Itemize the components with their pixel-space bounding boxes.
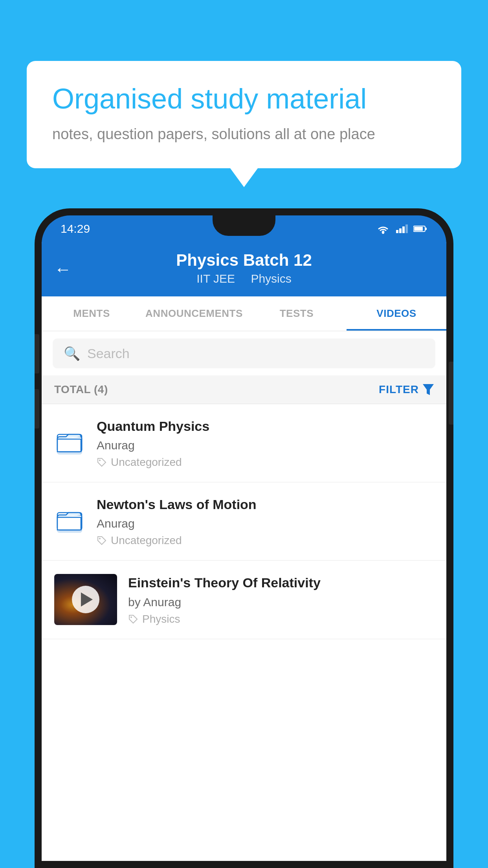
svg-point-0 xyxy=(382,232,384,234)
video-tag: Physics xyxy=(128,613,434,625)
filter-label: FILTER xyxy=(379,383,419,396)
svg-rect-1 xyxy=(396,230,398,233)
svg-rect-3 xyxy=(402,226,405,233)
filter-button[interactable]: FILTER xyxy=(379,383,434,396)
speech-bubble-container: Organised study material notes, question… xyxy=(27,61,461,168)
video-title: Newton's Laws of Motion xyxy=(97,496,434,513)
tag-icon xyxy=(97,457,107,467)
video-author: Anurag xyxy=(97,439,434,452)
play-icon xyxy=(81,592,93,607)
video-info: Newton's Laws of Motion Anurag Uncategor… xyxy=(97,496,434,547)
volume-up-button xyxy=(35,334,39,373)
bubble-subtitle: notes, question papers, solutions all at… xyxy=(52,124,436,145)
speech-bubble: Organised study material notes, question… xyxy=(27,61,461,168)
svg-rect-12 xyxy=(57,439,81,452)
tab-announcements[interactable]: ANNOUNCEMENTS xyxy=(141,296,247,331)
list-item[interactable]: Einstein's Theory Of Relativity by Anura… xyxy=(42,561,446,639)
svg-marker-8 xyxy=(423,384,434,395)
batch-subtitle: IIT JEE Physics xyxy=(56,272,432,285)
wifi-icon xyxy=(376,223,391,234)
volume-down-button xyxy=(35,389,39,428)
phone-frame: 14:29 xyxy=(35,208,453,868)
status-icons xyxy=(376,223,427,234)
list-item[interactable]: Quantum Physics Anurag Uncategorized xyxy=(42,404,446,482)
phone-notch xyxy=(213,215,275,236)
svg-rect-17 xyxy=(57,517,81,530)
app-header: ← Physics Batch 12 IIT JEE Physics xyxy=(42,242,446,296)
svg-point-13 xyxy=(99,460,101,461)
folder-icon xyxy=(54,427,86,459)
video-thumbnail xyxy=(54,574,117,625)
play-overlay xyxy=(54,574,117,625)
app-content: ← Physics Batch 12 IIT JEE Physics MENTS… xyxy=(42,242,446,861)
batch-title: Physics Batch 12 xyxy=(56,251,432,270)
svg-rect-2 xyxy=(399,228,402,233)
play-button-circle xyxy=(72,586,99,613)
video-info: Quantum Physics Anurag Uncategorized xyxy=(97,417,434,469)
svg-rect-6 xyxy=(425,228,427,230)
filter-bar: TOTAL (4) FILTER xyxy=(42,375,446,404)
search-placeholder: Search xyxy=(87,346,130,361)
bubble-title: Organised study material xyxy=(52,83,436,115)
video-tag: Uncategorized xyxy=(97,456,434,469)
video-author: by Anurag xyxy=(128,596,434,609)
tag-icon xyxy=(97,535,107,546)
video-title: Quantum Physics xyxy=(97,417,434,435)
tab-bar: MENTS ANNOUNCEMENTS TESTS VIDEOS xyxy=(42,296,446,331)
search-icon: 🔍 xyxy=(64,346,80,361)
video-list: Quantum Physics Anurag Uncategorized xyxy=(42,404,446,861)
power-button xyxy=(449,362,453,425)
video-author: Anurag xyxy=(97,517,434,530)
video-title: Einstein's Theory Of Relativity xyxy=(128,574,434,591)
tag-label: Uncategorized xyxy=(111,534,182,547)
tag-icon xyxy=(128,614,138,624)
tab-videos[interactable]: VIDEOS xyxy=(347,296,446,331)
tag-label: Physics xyxy=(142,613,180,625)
tab-tests[interactable]: TESTS xyxy=(247,296,347,331)
svg-point-18 xyxy=(99,538,101,539)
search-field[interactable]: 🔍 Search xyxy=(53,338,435,368)
video-tag: Uncategorized xyxy=(97,534,434,547)
tag-label: Uncategorized xyxy=(111,456,182,469)
phone-screen: 14:29 xyxy=(42,215,446,861)
svg-rect-4 xyxy=(405,224,408,233)
list-item[interactable]: Newton's Laws of Motion Anurag Uncategor… xyxy=(42,482,446,561)
svg-rect-7 xyxy=(414,227,423,231)
category-physics: Physics xyxy=(251,272,291,285)
status-time: 14:29 xyxy=(61,222,90,235)
back-button[interactable]: ← xyxy=(54,259,72,279)
status-bar: 14:29 xyxy=(42,215,446,242)
search-bar-container: 🔍 Search xyxy=(42,331,446,375)
battery-icon xyxy=(413,225,427,232)
category-iit: IIT JEE xyxy=(196,272,235,285)
svg-point-19 xyxy=(130,616,132,618)
video-info: Einstein's Theory Of Relativity by Anura… xyxy=(128,574,434,625)
filter-icon xyxy=(423,384,434,395)
total-count: TOTAL (4) xyxy=(54,383,108,396)
signal-icon xyxy=(396,224,408,233)
tab-ments[interactable]: MENTS xyxy=(42,296,141,331)
folder-icon xyxy=(54,506,86,537)
